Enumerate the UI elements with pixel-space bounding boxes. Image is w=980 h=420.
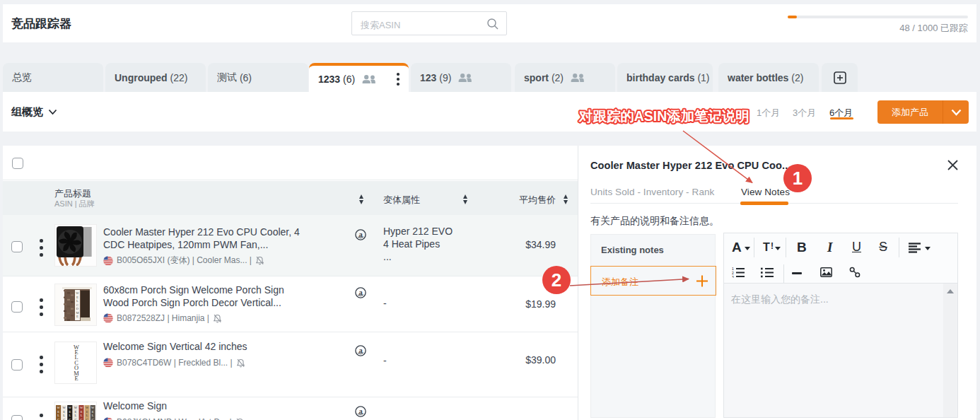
svg-text:E: E bbox=[74, 375, 78, 382]
svg-text:C: C bbox=[92, 418, 94, 420]
svg-text:E: E bbox=[63, 410, 65, 414]
svg-text:C: C bbox=[80, 418, 82, 420]
svg-text:L: L bbox=[76, 299, 78, 303]
svg-text:E: E bbox=[86, 410, 88, 414]
svg-text:M: M bbox=[76, 311, 78, 315]
svg-text:C: C bbox=[63, 418, 65, 420]
svg-text:W: W bbox=[63, 406, 66, 409]
svg-text:C: C bbox=[76, 303, 78, 307]
svg-text:C: C bbox=[57, 418, 59, 420]
svg-text:a: a bbox=[359, 288, 363, 296]
svg-text:对跟踪的ASIN添加笔记说明: 对跟踪的ASIN添加笔记说明 bbox=[578, 108, 749, 124]
svg-text:3: 3 bbox=[732, 275, 734, 279]
svg-text:E: E bbox=[75, 410, 77, 414]
svg-text:E: E bbox=[92, 410, 94, 414]
svg-text:L: L bbox=[69, 414, 71, 417]
svg-text:W: W bbox=[76, 291, 79, 295]
svg-text:W: W bbox=[86, 406, 89, 409]
svg-text:E: E bbox=[76, 296, 78, 299]
svg-text:C: C bbox=[86, 418, 88, 420]
svg-text:E: E bbox=[69, 410, 71, 414]
svg-text:a: a bbox=[359, 231, 363, 238]
svg-text:L: L bbox=[57, 414, 59, 417]
svg-text:a: a bbox=[359, 407, 363, 415]
svg-text:W: W bbox=[57, 406, 60, 409]
svg-text:E: E bbox=[76, 315, 78, 318]
svg-text:W: W bbox=[91, 406, 95, 409]
svg-text:L: L bbox=[63, 414, 65, 417]
svg-text:W: W bbox=[69, 406, 72, 409]
svg-text:L: L bbox=[92, 414, 94, 417]
svg-text:E: E bbox=[81, 410, 83, 414]
svg-text:W: W bbox=[74, 406, 78, 409]
svg-text:C: C bbox=[69, 418, 71, 420]
svg-text:E: E bbox=[57, 410, 59, 414]
svg-text:C: C bbox=[74, 418, 76, 420]
svg-text:L: L bbox=[75, 414, 77, 417]
svg-text:L: L bbox=[81, 414, 83, 417]
svg-text:L: L bbox=[86, 414, 88, 417]
svg-text:a: a bbox=[359, 346, 363, 354]
